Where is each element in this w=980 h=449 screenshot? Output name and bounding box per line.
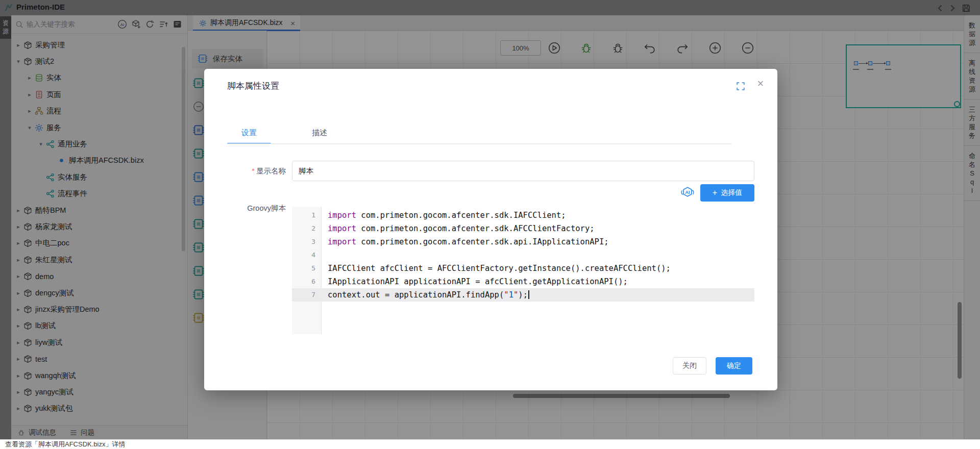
ok-button[interactable]: 确定 xyxy=(716,357,752,375)
maximize-icon[interactable] xyxy=(736,82,745,91)
status-bar: 查看资源「脚本调用AFCSDK.bizx」详情 xyxy=(0,439,980,449)
text-cursor xyxy=(528,290,529,299)
code-line: 1 import com.primeton.gocom.afcenter.sdk… xyxy=(292,209,754,222)
line-number: 6 xyxy=(292,275,322,288)
code-line: 5 IAFCClient afcClient = AFCClientFactor… xyxy=(292,262,754,275)
status-text: 查看资源「脚本调用AFCSDK.bizx」详情 xyxy=(5,440,125,448)
script-properties-dialog: 脚本属性设置 × 设置 描述 *显示名称 脚本 Groovy脚本 AI +选择值… xyxy=(204,69,777,390)
select-value-button[interactable]: +选择值 xyxy=(700,184,754,202)
app-window: Primeton-IDE 资源 输入关键字搜索 AI ▸ 采购管理 ▾ 测试2 … xyxy=(0,0,980,449)
code-line: 7 context.out = applicationAPI.findApp("… xyxy=(292,288,754,302)
close-button[interactable]: 关闭 xyxy=(673,357,706,375)
line-number: 4 xyxy=(292,248,322,262)
save-icon[interactable] xyxy=(962,4,971,13)
app-title: Primeton-IDE xyxy=(16,3,65,11)
display-name-label: *显示名称 xyxy=(227,166,286,176)
groovy-code-editor[interactable]: 1 import com.primeton.gocom.afcenter.sdk… xyxy=(292,207,754,334)
code-line: 2 import com.primeton.gocom.afcenter.sdk… xyxy=(292,222,754,235)
dialog-title: 脚本属性设置 xyxy=(227,80,279,92)
line-number: 7 xyxy=(292,288,322,302)
close-icon[interactable]: × xyxy=(754,78,767,90)
code-line: 6 IApplicationAPI applicationAPI = afcCl… xyxy=(292,275,754,288)
display-name-input[interactable]: 脚本 xyxy=(292,161,754,181)
app-logo-icon xyxy=(4,3,13,12)
nav-forward-icon[interactable] xyxy=(948,4,957,13)
line-number: 5 xyxy=(292,262,322,275)
line-number: 2 xyxy=(292,222,322,235)
dialog-tabs: 设置 描述 xyxy=(227,124,341,144)
code-line: 3 import com.primeton.gocom.afcenter.sdk… xyxy=(292,235,754,248)
nav-back-icon[interactable] xyxy=(936,4,945,13)
line-number: 3 xyxy=(292,235,322,248)
line-number: 1 xyxy=(292,209,322,222)
tab-settings[interactable]: 设置 xyxy=(227,124,271,144)
svg-text:AI: AI xyxy=(685,189,690,195)
tab-description[interactable]: 描述 xyxy=(298,124,341,144)
code-line: 4 xyxy=(292,248,754,262)
title-bar: Primeton-IDE xyxy=(0,0,980,15)
groovy-script-label: Groovy脚本 xyxy=(227,204,286,213)
ai-assistant-icon[interactable]: AI xyxy=(680,185,695,199)
